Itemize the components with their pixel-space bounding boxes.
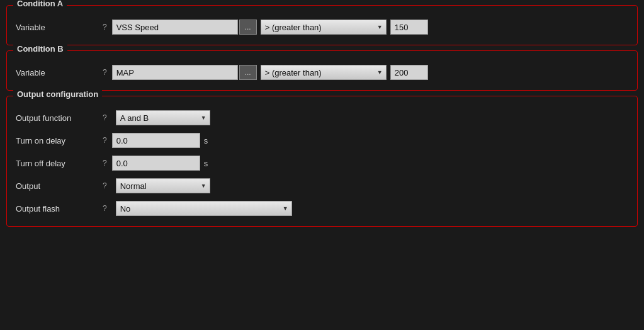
turn-on-delay-input[interactable]: [112, 133, 200, 148]
output-function-label: Output function: [16, 113, 98, 123]
output-function-select[interactable]: A and B A or B A only B only: [116, 110, 210, 125]
condition-a-title: Condition A: [13, 0, 67, 8]
condition-b-threshold-input[interactable]: [390, 65, 428, 80]
condition-a-threshold-input[interactable]: [390, 20, 428, 35]
condition-a-variable-row: Variable ? ... > (greater than) < (less …: [13, 16, 631, 38]
turn-on-delay-unit: s: [204, 136, 208, 145]
output-flash-label: Output flash: [16, 204, 98, 213]
turn-off-delay-label: Turn off delay: [16, 159, 98, 168]
condition-b-title: Condition B: [13, 44, 67, 54]
turn-off-delay-row: Turn off delay ? s: [13, 152, 631, 174]
condition-b-variable-input[interactable]: [112, 65, 238, 80]
output-flash-select[interactable]: No Yes: [116, 201, 292, 216]
condition-a-dots-button[interactable]: ...: [239, 20, 257, 35]
output-help[interactable]: ?: [103, 181, 107, 190]
turn-on-delay-label: Turn on delay: [16, 136, 98, 145]
condition-a-variable-help[interactable]: ?: [103, 23, 107, 31]
condition-b-variable-label: Variable: [16, 68, 98, 77]
output-function-wrapper: A and B A or B A only B only: [112, 110, 210, 125]
output-select[interactable]: Normal Inverted: [116, 178, 210, 193]
condition-a-variable-label: Variable: [16, 23, 98, 32]
condition-a-panel: Condition A Variable ? ... > (greater th…: [6, 5, 638, 45]
output-function-row: Output function ? A and B A or B A only …: [13, 106, 631, 129]
turn-on-delay-row: Turn on delay ? s: [13, 129, 631, 152]
condition-b-operator-select[interactable]: > (greater than) < (less than) = (equal …: [261, 65, 387, 80]
output-row: Output ? Normal Inverted: [13, 174, 631, 197]
output-flash-wrapper: No Yes: [112, 201, 292, 216]
turn-off-delay-unit: s: [204, 159, 208, 168]
output-config-title: Output configuration: [13, 89, 102, 99]
condition-b-operator-wrapper: > (greater than) < (less than) = (equal …: [257, 65, 387, 80]
turn-on-delay-help[interactable]: ?: [103, 136, 107, 145]
condition-b-variable-row: Variable ? ... > (greater than) < (less …: [13, 61, 631, 84]
output-config-panel: Output configuration Output function ? A…: [6, 96, 638, 227]
turn-off-delay-help[interactable]: ?: [103, 159, 107, 168]
condition-a-operator-select[interactable]: > (greater than) < (less than) = (equal …: [261, 20, 387, 35]
condition-b-dots-button[interactable]: ...: [239, 65, 257, 80]
output-function-help[interactable]: ?: [103, 113, 107, 122]
output-label: Output: [16, 181, 98, 191]
condition-b-variable-help[interactable]: ?: [103, 68, 107, 77]
condition-a-operator-wrapper: > (greater than) < (less than) = (equal …: [257, 20, 387, 35]
output-wrapper: Normal Inverted: [112, 178, 210, 193]
turn-off-delay-input[interactable]: [112, 156, 200, 171]
output-flash-help[interactable]: ?: [103, 204, 107, 213]
condition-b-panel: Condition B Variable ? ... > (greater th…: [6, 50, 638, 91]
condition-a-variable-input[interactable]: [112, 20, 238, 35]
output-flash-row: Output flash ? No Yes: [13, 197, 631, 220]
